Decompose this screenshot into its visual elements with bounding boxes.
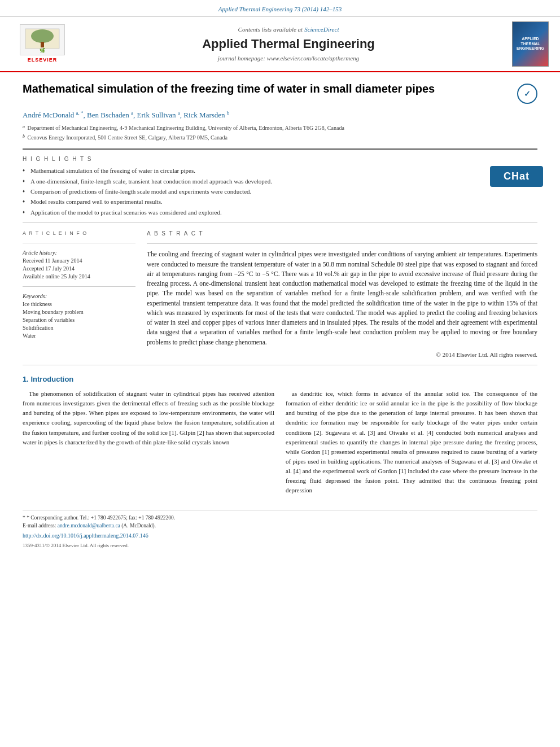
affiliations: a Department of Mechanical Engineering, … (23, 124, 537, 142)
article-info-label: A R T I C L E I N F O (23, 230, 135, 237)
intro-heading: 1. Introduction (23, 374, 537, 385)
journal-homepage: journal homepage: www.elsevier.com/locat… (73, 54, 504, 63)
journal-thumb-text: APPLIED THERMAL ENGINEERING (517, 37, 544, 51)
history-label: Article history: (23, 249, 135, 257)
svg-point-1 (31, 29, 54, 43)
journal-title: Applied Thermal Engineering (73, 36, 504, 53)
highlights-label: H I G H L I G H T S (23, 155, 537, 163)
info-divider (23, 243, 135, 243)
email-footnote: E-mail address: andre.mcdonald@ualberta.… (23, 522, 537, 530)
elsevier-tree-icon: 🌿 (20, 24, 65, 55)
chat-button[interactable]: CHat (490, 166, 543, 187)
highlight-item: A one-dimensional, finite-length scale, … (23, 177, 537, 186)
crossmark-icon: ✓ (524, 89, 531, 99)
article-info-abstract: A R T I C L E I N F O Article history: R… (23, 230, 537, 359)
body-col-right: as dendritic ice, which forms in advance… (286, 389, 537, 499)
body-section: 1. Introduction The phenomenon of solidi… (23, 374, 537, 499)
corresponding-text: * Corresponding author. Tel.: +1 780 492… (27, 515, 175, 521)
highlight-item: Mathematical simulation of the freezing … (23, 167, 537, 175)
title-divider (23, 148, 537, 150)
svg-text:🌿: 🌿 (40, 47, 45, 53)
top-bar: Applied Thermal Engineering 73 (2014) 14… (0, 0, 560, 17)
affiliation-b: b Cenovus Energy Incorporated, 500 Centr… (23, 133, 537, 142)
keywords-section: Keywords: Ice thickness Moving boundary … (23, 292, 135, 340)
header-center: Contents lists available at ScienceDirec… (73, 25, 504, 63)
keyword-1: Ice thickness (23, 300, 135, 308)
affiliation-a: a Department of Mechanical Engineering, … (23, 124, 537, 132)
doi-link[interactable]: http://dx.doi.org/10.1016/j.applthermale… (23, 532, 537, 540)
sciencedirect-link[interactable]: ScienceDirect (304, 26, 339, 33)
journal-cover: APPLIED THERMAL ENGINEERING (512, 21, 549, 67)
keyword-5: Water (23, 332, 135, 340)
corresponding-symbol: * (23, 515, 25, 521)
intro-para-2: as dendritic ice, which forms in advance… (286, 389, 537, 495)
email-name: (A. McDonald). (121, 523, 156, 528)
body-divider (23, 365, 537, 365)
elsevier-logo: 🌿 ELSEVIER (11, 24, 73, 64)
contents-available: Contents lists available at ScienceDirec… (73, 25, 504, 34)
body-col-left: The phenomenon of solidification of stag… (23, 389, 274, 499)
highlights-section: H I G H L I G H T S Mathematical simulat… (23, 155, 537, 217)
svg-rect-2 (41, 42, 44, 47)
keyword-2: Moving boundary problem (23, 308, 135, 316)
highlights-list: Mathematical simulation of the freezing … (23, 167, 537, 217)
keywords-divider (23, 286, 135, 287)
abstract-divider (147, 243, 537, 244)
elsevier-text: ELSEVIER (28, 56, 58, 64)
received-date: Received 11 January 2014 (23, 257, 135, 265)
main-content: Mathematical simulation of the freezing … (0, 72, 560, 558)
journal-reference: Applied Thermal Engineering 73 (2014) 14… (218, 6, 342, 12)
keyword-4: Solidification (23, 324, 135, 332)
journal-header: 🌿 ELSEVIER Contents lists available at S… (0, 17, 560, 72)
highlights-divider (23, 222, 537, 223)
abstract-label: A B S T R A C T (147, 230, 537, 238)
email-link[interactable]: andre.mcdonald@ualberta.ca (58, 523, 120, 528)
intro-para-1: The phenomenon of solidification of stag… (23, 389, 274, 447)
contents-label: Contents lists available at (238, 26, 303, 33)
highlight-item: Model results compared well to experimen… (23, 198, 537, 206)
abstract-text: The cooling and freezing of stagnant wat… (147, 250, 537, 347)
article-info-section: A R T I C L E I N F O Article history: R… (23, 230, 135, 281)
keywords-label: Keywords: (23, 292, 135, 300)
chat-overlay: CHat (490, 166, 543, 187)
available-date: Available online 25 July 2014 (23, 273, 135, 281)
footer-section: * * Corresponding author. Tel.: +1 780 4… (23, 510, 537, 549)
authors-line: André McDonald a, *, Ben Bschaden a, Eri… (23, 110, 537, 121)
body-two-col: The phenomenon of solidification of stag… (23, 389, 537, 499)
corresponding-footnote: * * Corresponding author. Tel.: +1 780 4… (23, 514, 537, 522)
abstract-section: A B S T R A C T The cooling and freezing… (147, 230, 537, 359)
crossmark-badge: ✓ (517, 84, 537, 104)
article-title-row: Mathematical simulation of the freezing … (23, 81, 537, 104)
highlight-item: Application of the model to practical sc… (23, 208, 537, 217)
journal-thumbnail: APPLIED THERMAL ENGINEERING (504, 21, 549, 67)
email-label: E-mail address: (23, 523, 56, 528)
article-title-text: Mathematical simulation of the freezing … (23, 81, 517, 96)
article-history: Article history: Received 11 January 201… (23, 249, 135, 281)
highlight-item: Comparison of predictions of finite-leng… (23, 187, 537, 196)
issn-text: 1359-4311/© 2014 Elsevier Ltd. All right… (23, 542, 537, 549)
article-info-column: A R T I C L E I N F O Article history: R… (23, 230, 135, 359)
keyword-3: Separation of variables (23, 316, 135, 324)
abstract-copyright: © 2014 Elsevier Ltd. All rights reserved… (147, 351, 537, 359)
accepted-date: Accepted 17 July 2014 (23, 265, 135, 273)
